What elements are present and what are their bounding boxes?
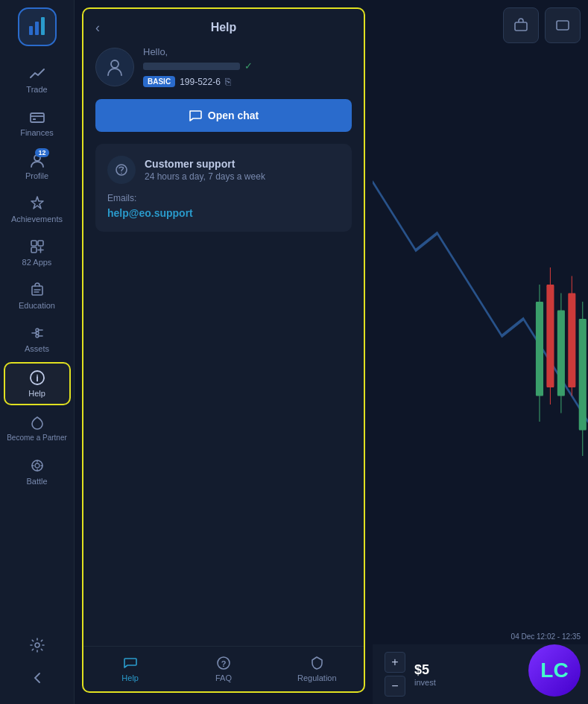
invest-label: invest — [414, 678, 436, 687]
help-header: ‹ Help — [83, 9, 364, 46]
sidebar-item-help-label: Help — [28, 389, 45, 398]
sidebar-item-assets[interactable]: Assets — [4, 319, 71, 359]
tab-help[interactable]: Help — [83, 647, 177, 691]
top-right-buttons — [503, 7, 581, 43]
help-body: Hello, ✓ BASIC 199-522-6 ⎘ — [83, 46, 364, 646]
tab-faq[interactable]: ? FAQ — [177, 647, 270, 691]
svg-rect-36 — [557, 21, 569, 30]
app-logo[interactable] — [18, 7, 57, 46]
account-button[interactable] — [503, 7, 539, 43]
user-info: Hello, ✓ BASIC 199-522-6 ⎘ — [95, 46, 352, 87]
tab-faq-label: FAQ — [215, 673, 232, 682]
chat-icon — [189, 109, 202, 122]
sidebar-item-help[interactable]: i Help — [4, 362, 71, 405]
svg-point-19 — [36, 329, 39, 332]
support-icon — [107, 156, 136, 184]
svg-rect-42 — [557, 311, 565, 396]
assets-icon — [29, 325, 45, 341]
sidebar-item-battle-label: Battle — [26, 477, 47, 486]
help-panel: ‹ Help Hello, ✓ — [82, 7, 365, 693]
emails-label: Emails: — [107, 193, 340, 203]
svg-rect-1 — [35, 22, 39, 35]
support-card-header: Customer support 24 hours a day, 7 days … — [107, 156, 340, 184]
user-avatar — [95, 48, 134, 86]
zoom-out-button[interactable]: − — [385, 676, 405, 697]
zoom-buttons: + − — [385, 652, 405, 697]
help-panel-title: Help — [211, 21, 237, 34]
invest-amount: $5 invest — [414, 662, 436, 687]
svg-rect-7 — [31, 241, 37, 246]
sidebar-item-apps[interactable]: 82 Apps — [4, 232, 71, 273]
sidebar-item-achievements-label: Achievements — [11, 215, 63, 223]
svg-rect-38 — [536, 302, 543, 396]
open-chat-button[interactable]: Open chat — [95, 99, 352, 132]
support-name: Customer support — [145, 158, 265, 170]
svg-point-30 — [111, 60, 118, 68]
support-card: Customer support 24 hours a day, 7 days … — [95, 144, 352, 232]
svg-rect-12 — [32, 286, 42, 295]
collapse-icon — [29, 670, 45, 686]
trade-icon — [29, 66, 45, 82]
svg-rect-5 — [33, 118, 36, 120]
battle-icon — [29, 457, 45, 474]
svg-rect-8 — [38, 241, 43, 246]
achievements-icon — [29, 195, 45, 212]
sidebar-item-partner-label: Become a Partner — [7, 434, 67, 443]
invest-amount-value: $5 — [414, 662, 436, 678]
svg-rect-44 — [568, 294, 575, 388]
svg-rect-40 — [546, 285, 554, 387]
tab-regulation-label: Regulation — [297, 673, 337, 682]
zoom-in-button[interactable]: + — [385, 652, 405, 673]
support-hours: 24 hours a day, 7 days a week — [145, 171, 265, 182]
partner-icon — [29, 414, 45, 431]
svg-point-20 — [36, 334, 39, 337]
invest-area: $5 invest — [414, 662, 436, 687]
svg-point-32 — [121, 173, 122, 174]
sidebar-bottom — [4, 630, 71, 697]
chart-area: 04 Dec 12:02 - 12:35 + − $5 invest LC — [373, 0, 588, 704]
sidebar-item-apps-label: 82 Apps — [22, 258, 52, 267]
sidebar-item-achievements[interactable]: Achievements — [4, 189, 71, 229]
sidebar-item-partner[interactable]: Become a Partner — [4, 408, 71, 448]
sidebar-item-profile[interactable]: 12 Profile — [4, 146, 71, 186]
sidebar-item-trade[interactable]: Trade — [4, 60, 71, 100]
sidebar-item-profile-label: Profile — [25, 171, 48, 180]
back-button[interactable]: ‹ — [95, 20, 100, 36]
sidebar-item-settings[interactable] — [4, 631, 71, 662]
sidebar-item-finances[interactable]: Finances — [4, 103, 71, 143]
svg-rect-3 — [31, 113, 44, 122]
svg-point-24 — [35, 463, 39, 468]
logo-area[interactable] — [18, 7, 57, 46]
support-email[interactable]: help@eo.support — [107, 207, 193, 219]
username-row: ✓ — [143, 60, 352, 72]
sidebar-item-education-label: Education — [19, 301, 55, 310]
tab-regulation[interactable]: Regulation — [271, 647, 364, 691]
svg-rect-46 — [579, 319, 587, 431]
svg-rect-9 — [31, 247, 37, 253]
more-button[interactable] — [545, 7, 581, 43]
copy-icon[interactable]: ⎘ — [225, 76, 231, 87]
main-area: ‹ Help Hello, ✓ — [75, 0, 588, 704]
finances-icon — [29, 109, 45, 125]
profile-icon: 12 — [29, 152, 45, 168]
user-id-row: BASIC 199-522-6 ⎘ — [143, 76, 352, 87]
apps-icon — [29, 238, 45, 255]
svg-text:i: i — [36, 372, 39, 384]
help-icon: i — [29, 370, 45, 386]
check-icon: ✓ — [244, 60, 253, 72]
svg-rect-0 — [29, 26, 33, 35]
open-chat-label: Open chat — [208, 110, 259, 121]
svg-rect-35 — [515, 22, 527, 31]
sidebar-item-finances-label: Finances — [20, 128, 54, 137]
svg-point-29 — [35, 643, 39, 647]
chart-canvas — [373, 45, 588, 644]
svg-rect-2 — [41, 17, 45, 35]
help-bottom-tabs: Help ? FAQ Regulation — [83, 646, 364, 691]
user-id: 199-522-6 — [180, 77, 221, 87]
sidebar-item-education[interactable]: Education — [4, 276, 71, 316]
purple-logo[interactable]: LC — [528, 644, 581, 697]
sidebar-item-battle[interactable]: Battle — [4, 451, 71, 492]
tab-faq-icon: ? — [216, 656, 231, 670]
education-icon — [29, 282, 45, 298]
sidebar-item-collapse[interactable] — [4, 664, 71, 695]
